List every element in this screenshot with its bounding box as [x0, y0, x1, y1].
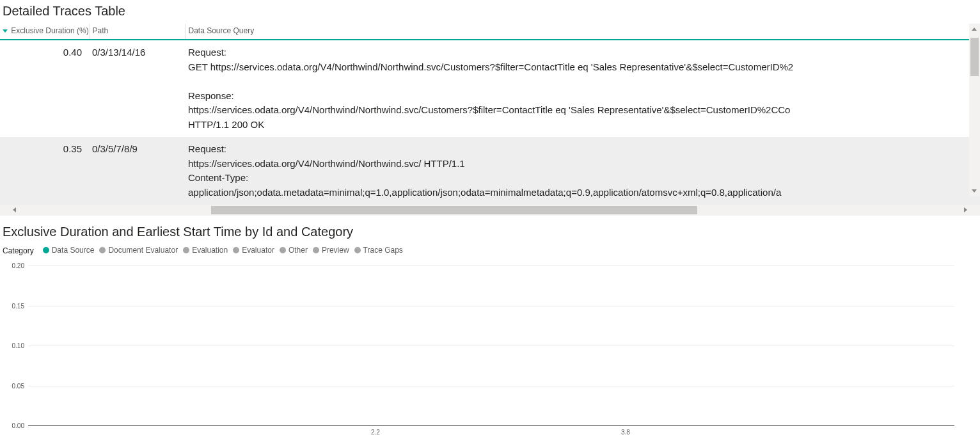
legend-swatch-icon [280, 247, 286, 253]
legend-item[interactable]: Data Source [43, 246, 95, 255]
x-axis-tick: 2.2 [278, 429, 473, 436]
chart-gridline [28, 346, 954, 346]
cell-query: Request: GET https://services.odata.org/… [186, 40, 980, 137]
chart-gridline [28, 266, 954, 266]
col-header-duration-label: Exclusive Duration (%) [11, 26, 88, 35]
sort-desc-icon [3, 29, 8, 33]
chart-gridline [28, 306, 954, 306]
table-row[interactable]: 0.350/3/5/7/8/9Request: https://services… [0, 137, 980, 205]
chart-area: 0.000.050.100.150.202.23.8 [3, 259, 974, 437]
horizontal-scrollbar[interactable] [0, 205, 980, 216]
chart-gridline [28, 386, 954, 386]
legend-swatch-icon [99, 247, 106, 253]
x-axis-tick: 3.8 [528, 429, 723, 436]
y-axis-tick: 0.20 [5, 262, 24, 269]
legend-swatch-icon [183, 247, 189, 253]
legend-swatch-icon [233, 247, 239, 253]
legend-text: Data Source [52, 246, 95, 255]
chart-plot[interactable]: 0.000.050.100.150.202.23.8 [28, 266, 954, 425]
y-axis-tick: 0.10 [5, 342, 24, 349]
col-header-duration[interactable]: Exclusive Duration (%) [0, 24, 90, 40]
scroll-left-icon [13, 207, 16, 212]
col-header-path[interactable]: Path [90, 24, 186, 40]
y-axis-tick: 0.05 [5, 382, 24, 389]
cell-duration: 0.35 [0, 137, 90, 205]
legend-text: Preview [322, 246, 349, 255]
legend-text: Document Evaluator [108, 246, 178, 255]
scroll-down-icon [972, 189, 977, 193]
table-row[interactable]: 0.400/3/13/14/16Request: GET https://ser… [0, 40, 980, 137]
legend-text: Other [288, 246, 308, 255]
scroll-right-icon [964, 207, 967, 212]
legend-text: Evaluation [192, 246, 228, 255]
legend-swatch-icon [354, 247, 361, 253]
chart-baseline [28, 425, 954, 426]
horizontal-scroll-thumb[interactable] [211, 206, 697, 214]
legend-item[interactable]: Evaluator [233, 246, 274, 255]
legend-item[interactable]: Document Evaluator [99, 246, 178, 255]
legend-text: Trace Gaps [363, 246, 403, 255]
legend-item[interactable]: Preview [313, 246, 349, 255]
legend-item[interactable]: Other [280, 246, 308, 255]
cell-path: 0/3/5/7/8/9 [90, 137, 186, 205]
legend-item[interactable]: Trace Gaps [354, 246, 403, 255]
traces-table-wrap: Exclusive Duration (%) Path Data Source … [0, 24, 980, 216]
legend-text: Evaluator [242, 246, 274, 255]
legend-swatch-icon [43, 247, 49, 253]
chart-legend: Category Data SourceDocument EvaluatorEv… [0, 243, 980, 257]
cell-query: Request: https://services.odata.org/V4/N… [186, 137, 980, 205]
legend-label: Category [3, 246, 34, 255]
table-title: Detailed Traces Table [0, 0, 980, 24]
scroll-up-icon [972, 28, 977, 31]
legend-swatch-icon [313, 247, 319, 253]
cell-path: 0/3/13/14/16 [90, 40, 186, 137]
cell-duration: 0.40 [0, 40, 90, 137]
chart-title: Exclusive Duration and Earliest Start Ti… [0, 216, 980, 243]
legend-item[interactable]: Evaluation [183, 246, 228, 255]
traces-table: Exclusive Duration (%) Path Data Source … [0, 24, 980, 205]
y-axis-tick: 0.15 [5, 302, 24, 309]
vertical-scrollbar[interactable] [969, 24, 980, 196]
vertical-scroll-thumb[interactable] [970, 38, 979, 76]
y-axis-tick: 0.00 [5, 422, 24, 429]
col-header-query[interactable]: Data Source Query [186, 24, 980, 40]
